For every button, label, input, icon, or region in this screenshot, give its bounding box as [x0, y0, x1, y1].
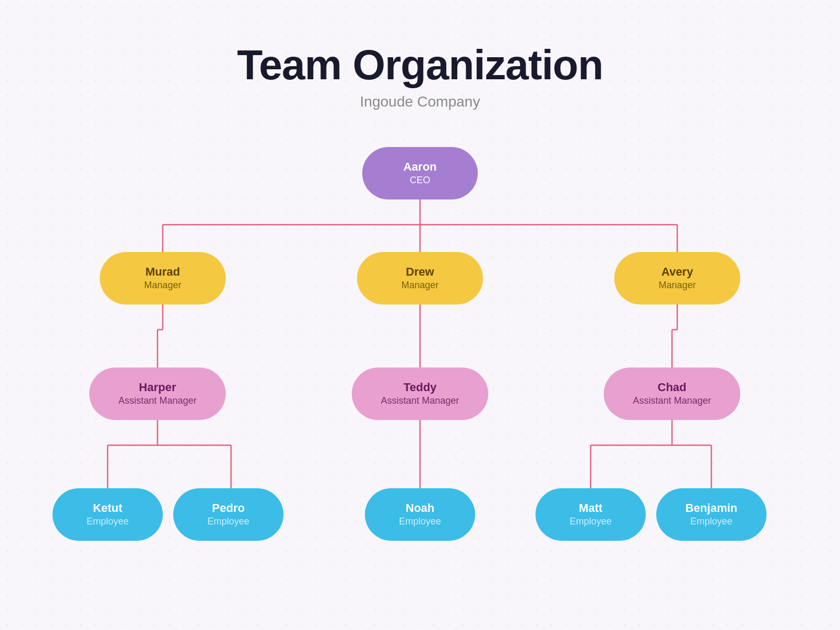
ceo-role: CEO	[410, 174, 430, 186]
drew-name: Drew	[406, 265, 434, 279]
node-chad[interactable]: Chad Assistant Manager	[604, 368, 740, 420]
node-benjamin[interactable]: Benjamin Employee	[656, 488, 766, 541]
node-murad[interactable]: Murad Manager	[100, 252, 226, 304]
page-subtitle: Ingoude Company	[237, 93, 603, 110]
node-harper[interactable]: Harper Assistant Manager	[89, 368, 226, 420]
matt-role: Employee	[570, 516, 612, 528]
chad-name: Chad	[658, 381, 687, 394]
avery-name: Avery	[662, 265, 693, 279]
harper-name: Harper	[139, 381, 176, 394]
teddy-name: Teddy	[403, 381, 436, 394]
pedro-role: Employee	[207, 516, 249, 528]
avery-role: Manager	[658, 279, 696, 291]
pedro-name: Pedro	[212, 501, 245, 515]
node-noah[interactable]: Noah Employee	[365, 488, 475, 541]
benjamin-name: Benjamin	[685, 501, 737, 515]
teddy-role: Assistant Manager	[381, 395, 459, 407]
node-matt[interactable]: Matt Employee	[536, 488, 646, 541]
node-drew[interactable]: Drew Manager	[357, 252, 483, 304]
node-pedro[interactable]: Pedro Employee	[173, 488, 284, 541]
ceo-name: Aaron	[403, 160, 437, 174]
node-ketut[interactable]: Ketut Employee	[52, 488, 163, 541]
murad-role: Manager	[144, 279, 181, 291]
node-avery[interactable]: Avery Manager	[614, 252, 740, 304]
ketut-name: Ketut	[93, 501, 122, 515]
noah-role: Employee	[399, 516, 441, 528]
murad-name: Murad	[145, 265, 180, 279]
ketut-role: Employee	[87, 516, 129, 528]
header: Team Organization Ingoude Company	[237, 42, 603, 110]
noah-name: Noah	[406, 501, 435, 515]
chad-role: Assistant Manager	[633, 395, 711, 407]
node-teddy[interactable]: Teddy Assistant Manager	[352, 368, 488, 420]
page-title: Team Organization	[237, 42, 603, 88]
benjamin-role: Employee	[690, 516, 732, 528]
harper-role: Assistant Manager	[118, 395, 196, 407]
matt-name: Matt	[579, 501, 602, 515]
page: Team Organization Ingoude Company	[0, 0, 840, 630]
node-ceo[interactable]: Aaron CEO	[362, 147, 478, 200]
drew-role: Manager	[401, 279, 438, 291]
